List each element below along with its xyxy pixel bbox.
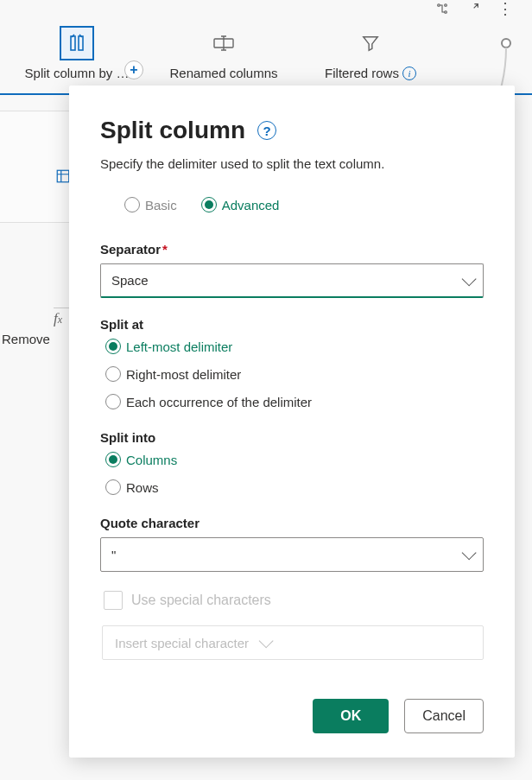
- quote-label: Quote character: [100, 516, 484, 530]
- radio-label: Basic: [145, 198, 177, 212]
- top-right-icons: ⋮: [435, 0, 515, 17]
- select-value: Space: [111, 273, 149, 288]
- radio-icon: [105, 366, 121, 382]
- radio-label: Rows: [126, 480, 159, 495]
- radio-icon: [105, 339, 121, 354]
- radio-label: Columns: [126, 453, 177, 467]
- splitat-label: Split at: [100, 317, 484, 332]
- select-value: ": [111, 548, 116, 562]
- remove-label[interactable]: Remove: [2, 332, 50, 346]
- splitat-radio-group: Left-most delimiter Right-most delimiter…: [100, 339, 484, 409]
- splitat-each-radio[interactable]: Each occurrence of the delimiter: [105, 394, 484, 409]
- filter-icon: [361, 34, 380, 53]
- splitinto-label: Split into: [100, 430, 484, 445]
- radio-icon: [201, 197, 217, 212]
- chevron-down-icon: [462, 271, 477, 286]
- expand-icon: [466, 2, 480, 16]
- step-renamed-columns[interactable]: Renamed columns: [150, 26, 297, 80]
- applied-steps-bar: Split column by … + Renamed columns Filt…: [0, 26, 532, 95]
- splitinto-columns-radio[interactable]: Columns: [105, 452, 484, 467]
- more-icon[interactable]: ⋮: [497, 0, 515, 18]
- insert-special-dropdown: Insert special character: [102, 625, 484, 660]
- mode-advanced-radio[interactable]: Advanced: [201, 197, 280, 212]
- help-icon[interactable]: ?: [257, 121, 276, 140]
- rename-icon: [212, 34, 235, 53]
- radio-icon: [105, 394, 121, 409]
- chevron-down-icon: [462, 545, 477, 560]
- info-icon[interactable]: i: [402, 67, 416, 80]
- dropdown-label: Insert special character: [115, 636, 249, 650]
- chevron-down-icon: [259, 633, 274, 648]
- ok-button[interactable]: OK: [313, 699, 389, 733]
- split-column-icon: [66, 33, 87, 54]
- splitat-right-radio[interactable]: Right-most delimiter: [105, 366, 484, 382]
- separator-label: Separator*: [100, 242, 484, 257]
- mode-basic-radio[interactable]: Basic: [124, 197, 177, 212]
- splitat-left-radio[interactable]: Left-most delimiter: [105, 339, 484, 354]
- step-label: Renamed columns: [169, 66, 277, 80]
- svg-rect-5: [79, 36, 83, 50]
- radio-label: Left-most delimiter: [126, 339, 232, 354]
- radio-label: Advanced: [222, 198, 280, 212]
- splitinto-rows-radio[interactable]: Rows: [105, 479, 484, 495]
- split-column-dialog: Split column ? Specify the delimiter use…: [69, 86, 515, 758]
- step-filtered-rows[interactable]: Filtered rows i: [297, 26, 444, 80]
- dialog-footer: OK Cancel: [100, 699, 484, 733]
- svg-rect-7: [57, 170, 69, 182]
- radio-icon: [124, 197, 140, 212]
- radio-icon: [105, 479, 121, 495]
- branch-icon: [435, 2, 449, 16]
- separator-select[interactable]: Space: [100, 263, 484, 298]
- checkbox-icon: [104, 591, 123, 610]
- dialog-title: Split column: [100, 117, 245, 144]
- quote-select[interactable]: ": [100, 537, 484, 572]
- svg-point-0: [438, 4, 440, 7]
- svg-rect-4: [71, 36, 75, 50]
- step-label: Split column by …: [25, 66, 130, 80]
- svg-point-2: [445, 11, 447, 14]
- radio-label: Right-most delimiter: [126, 367, 241, 382]
- svg-point-1: [445, 4, 447, 7]
- splitinto-radio-group: Columns Rows: [100, 452, 484, 495]
- insert-step-button[interactable]: +: [124, 60, 143, 79]
- special-characters-checkbox[interactable]: Use special characters: [100, 591, 484, 610]
- radio-icon: [105, 452, 121, 467]
- cancel-button[interactable]: Cancel: [404, 699, 484, 733]
- mode-radio-group: Basic Advanced: [100, 197, 484, 212]
- step-label: Filtered rows: [325, 66, 399, 80]
- dialog-subtitle: Specify the delimiter used to split the …: [100, 156, 484, 171]
- radio-label: Each occurrence of the delimiter: [126, 395, 312, 409]
- checkbox-label: Use special characters: [131, 593, 271, 608]
